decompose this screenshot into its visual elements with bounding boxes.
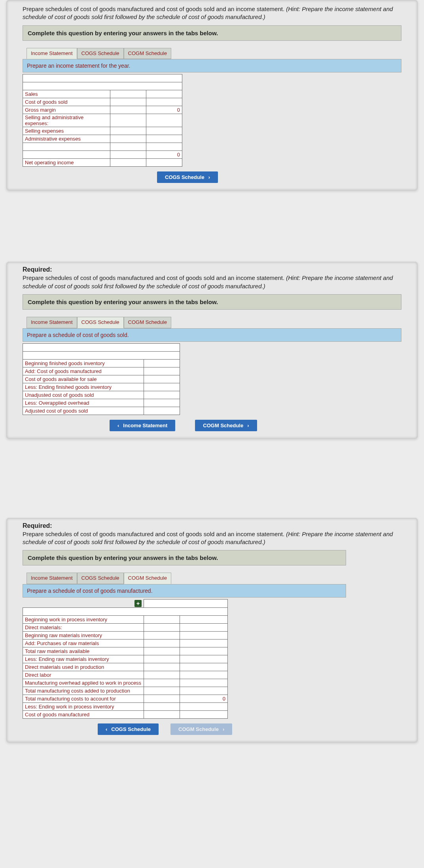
input-cell[interactable] <box>180 615 228 623</box>
input-cell[interactable] <box>180 710 228 718</box>
table-row: Less: Ending finished goods inventory <box>23 383 180 391</box>
nav-next-button[interactable]: COGS Schedule › <box>157 171 218 183</box>
tabs-row: Income Statement COGS Schedule COGM Sche… <box>26 573 417 584</box>
input-cell[interactable] <box>144 702 180 710</box>
input-cell[interactable] <box>110 127 146 135</box>
tab-cogs-schedule[interactable]: COGS Schedule <box>77 573 124 584</box>
input-cell[interactable] <box>144 663 180 671</box>
input-cell[interactable] <box>146 98 182 106</box>
plus-icon[interactable]: + <box>134 600 142 607</box>
input-cell[interactable] <box>144 647 180 655</box>
table-row: Beginning finished goods inventory <box>23 359 180 367</box>
input-cell[interactable] <box>146 90 182 98</box>
input-cell[interactable] <box>144 615 180 623</box>
input-cell[interactable] <box>144 623 180 631</box>
nav-next-button[interactable]: COGM Schedule › <box>170 723 232 735</box>
tab-cogs-schedule[interactable]: COGS Schedule <box>77 48 124 59</box>
row-label[interactable]: Beginning raw materials inventory <box>23 631 144 639</box>
tab-cogm-schedule[interactable]: COGM Schedule <box>124 317 171 328</box>
input-cell[interactable] <box>110 135 146 143</box>
row-label[interactable]: Cost of goods sold <box>23 98 110 106</box>
tab-cogm-schedule[interactable]: COGM Schedule <box>124 573 171 584</box>
nav-next-button[interactable]: COGM Schedule › <box>195 420 257 431</box>
input-cell[interactable] <box>144 399 180 407</box>
row-label[interactable]: Cost of goods manufactured <box>23 710 144 718</box>
row-label[interactable]: Add: Cost of goods manufactured <box>23 367 144 375</box>
row-label[interactable]: Manufacturing overhead applied to work i… <box>23 679 144 687</box>
table-row: Beginning work in process inventory <box>23 615 228 623</box>
row-label[interactable]: Cost of goods available for sale <box>23 375 144 383</box>
input-cell[interactable] <box>144 687 180 695</box>
row-label[interactable]: Beginning finished goods inventory <box>23 359 144 367</box>
input-cell[interactable] <box>180 687 228 695</box>
row-label[interactable]: Sales <box>23 90 110 98</box>
row-label[interactable]: Total manufacturing costs to account for <box>23 695 144 702</box>
input-cell[interactable] <box>180 647 228 655</box>
input-cell[interactable] <box>146 135 182 143</box>
tab-cogm-schedule[interactable]: COGM Schedule <box>124 48 171 59</box>
input-cell[interactable] <box>144 655 180 663</box>
input-cell[interactable] <box>110 114 146 127</box>
input-cell[interactable] <box>110 90 146 98</box>
row-label[interactable]: Less: Ending finished goods inventory <box>23 383 144 391</box>
strip-instruction: Prepare an income statement for the year… <box>23 59 401 72</box>
input-cell[interactable] <box>180 655 228 663</box>
row-label[interactable]: Adjusted cost of goods sold <box>23 407 144 415</box>
row-label[interactable]: Beginning work in process inventory <box>23 615 144 623</box>
row-label[interactable]: Direct labor <box>23 671 144 679</box>
input-cell[interactable] <box>144 383 180 391</box>
input-cell[interactable] <box>110 159 146 167</box>
input-cell[interactable] <box>110 106 146 114</box>
input-cell[interactable] <box>146 127 182 135</box>
nav-prev-button[interactable]: ‹ COGS Schedule <box>98 723 159 735</box>
input-cell[interactable] <box>144 359 180 367</box>
input-cell[interactable] <box>110 98 146 106</box>
tab-income-statement[interactable]: Income Statement <box>26 573 77 584</box>
row-label[interactable]: Selling and administrative expenses: <box>23 114 110 127</box>
row-label[interactable]: Add: Purchases of raw materials <box>23 639 144 647</box>
row-label[interactable]: Less: Ending raw materials inventory <box>23 655 144 663</box>
input-cell[interactable] <box>144 391 180 399</box>
input-cell[interactable] <box>180 671 228 679</box>
input-cell[interactable] <box>146 114 182 127</box>
input-cell[interactable] <box>146 143 182 151</box>
table-row: Net operating income <box>23 159 182 167</box>
row-label[interactable]: Direct materials used in production <box>23 663 144 671</box>
input-cell[interactable] <box>180 631 228 639</box>
input-cell[interactable] <box>110 151 146 159</box>
tab-cogs-schedule[interactable]: COGS Schedule <box>77 317 124 328</box>
row-label[interactable] <box>23 151 110 159</box>
input-cell[interactable] <box>144 375 180 383</box>
row-label[interactable]: Gross margin <box>23 106 110 114</box>
row-label[interactable]: Total raw materials available <box>23 647 144 655</box>
input-cell[interactable] <box>144 679 180 687</box>
row-label[interactable] <box>23 143 110 151</box>
row-label[interactable]: Direct materials: <box>23 623 144 631</box>
nav-prev-button[interactable]: ‹ Income Statement <box>110 420 175 431</box>
input-cell[interactable] <box>144 710 180 718</box>
card-cogm-schedule: Required: Prepare schedules of cost of g… <box>6 518 418 742</box>
row-label[interactable]: Total manufacturing costs added to produ… <box>23 687 144 695</box>
input-cell[interactable] <box>180 639 228 647</box>
row-label[interactable]: Less: Ending work in process inventory <box>23 702 144 710</box>
row-label[interactable]: Selling expenses <box>23 127 110 135</box>
input-cell[interactable] <box>146 159 182 167</box>
tab-income-statement[interactable]: Income Statement <box>26 48 77 59</box>
input-cell[interactable] <box>144 367 180 375</box>
input-cell[interactable] <box>144 671 180 679</box>
row-label[interactable]: Net operating income <box>23 159 110 167</box>
input-cell[interactable] <box>144 407 180 415</box>
input-cell[interactable] <box>180 623 228 631</box>
row-label[interactable]: Administrative expenses <box>23 135 110 143</box>
row-label[interactable]: Less: Overapplied overhead <box>23 399 144 407</box>
input-cell[interactable] <box>180 702 228 710</box>
tab-income-statement[interactable]: Income Statement <box>26 317 77 328</box>
computed-cell: 0 <box>146 151 182 159</box>
input-cell[interactable] <box>180 679 228 687</box>
row-label[interactable]: Unadjusted cost of goods sold <box>23 391 144 399</box>
input-cell[interactable] <box>144 695 180 702</box>
input-cell[interactable] <box>144 631 180 639</box>
input-cell[interactable] <box>180 663 228 671</box>
input-cell[interactable] <box>110 143 146 151</box>
input-cell[interactable] <box>144 639 180 647</box>
